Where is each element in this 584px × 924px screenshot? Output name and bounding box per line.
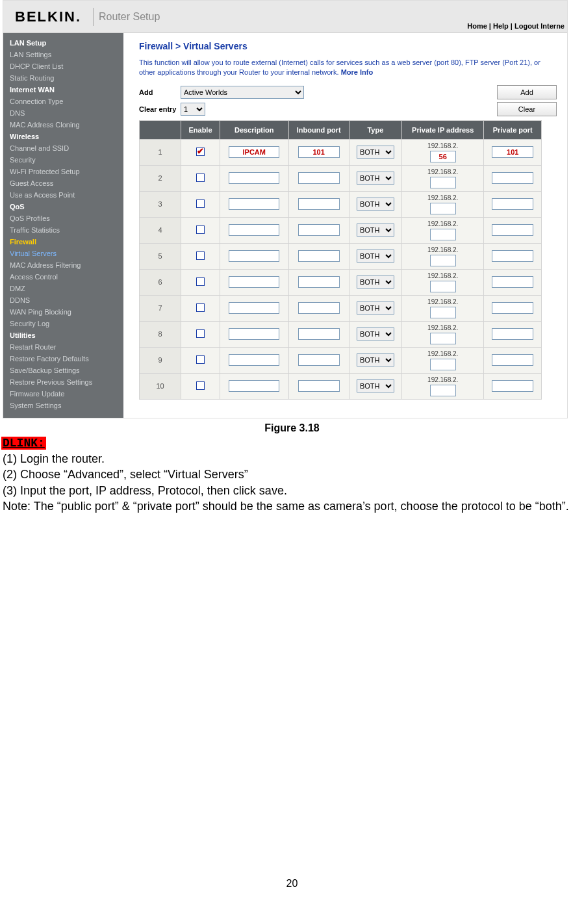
sidebar-item[interactable]: WAN Ping Blocking	[3, 306, 123, 318]
description-input[interactable]	[229, 354, 279, 366]
sidebar-item[interactable]: Traffic Statistics	[3, 224, 123, 236]
sidebar-item[interactable]: Security Log	[3, 318, 123, 329]
enable-checkbox[interactable]	[196, 251, 205, 260]
sidebar-item[interactable]: Firewall	[3, 236, 123, 248]
enable-checkbox[interactable]	[196, 355, 205, 364]
inbound-port-input[interactable]	[298, 354, 340, 366]
private-port-input[interactable]	[492, 172, 533, 184]
row-index: 9	[140, 347, 181, 373]
private-ip-input[interactable]	[430, 203, 456, 214]
add-button[interactable]: Add	[497, 85, 557, 99]
ip-prefix: 192.168.2.	[405, 194, 481, 201]
private-ip-input[interactable]	[430, 281, 456, 292]
description-input[interactable]	[229, 380, 279, 392]
type-select[interactable]: BOTH	[357, 327, 394, 340]
description-input[interactable]	[229, 224, 279, 236]
inbound-port-input[interactable]	[298, 302, 340, 314]
enable-checkbox[interactable]	[196, 225, 205, 234]
description-input[interactable]	[229, 302, 279, 314]
sidebar-item[interactable]: Wi-Fi Protected Setup	[3, 166, 123, 177]
private-ip-input[interactable]	[430, 307, 456, 318]
private-port-input[interactable]	[492, 276, 533, 288]
private-port-input[interactable]	[492, 302, 533, 314]
sidebar-item[interactable]: System Settings	[3, 400, 123, 411]
sidebar-item[interactable]: Static Routing	[3, 72, 123, 84]
enable-checkbox[interactable]	[196, 329, 205, 338]
table-row: 7BOTH192.168.2.	[140, 295, 542, 321]
sidebar-item[interactable]: Virtual Servers	[3, 248, 123, 259]
sidebar-item[interactable]: Save/Backup Settings	[3, 365, 123, 376]
sidebar-item[interactable]: DHCP Client List	[3, 60, 123, 72]
description-text: This function will allow you to route ex…	[139, 58, 557, 77]
sidebar-item[interactable]: Use as Access Point	[3, 189, 123, 201]
private-port-input[interactable]	[492, 198, 533, 210]
sidebar-item[interactable]: DDNS	[3, 294, 123, 306]
enable-checkbox[interactable]	[196, 173, 205, 182]
sidebar-item[interactable]: Restart Router	[3, 341, 123, 353]
sidebar-item[interactable]: LAN Settings	[3, 49, 123, 60]
table-header: Enable	[181, 120, 220, 139]
top-links[interactable]: Home | Help | Logout Interne	[467, 22, 565, 30]
private-ip-input[interactable]	[430, 385, 456, 396]
private-port-input[interactable]	[492, 380, 533, 392]
private-ip-input[interactable]	[430, 333, 456, 344]
private-ip-input[interactable]	[430, 359, 456, 370]
sidebar-item[interactable]: Restore Previous Settings	[3, 376, 123, 388]
sidebar-item[interactable]: MAC Address Filtering	[3, 259, 123, 271]
sidebar-item[interactable]: Guest Access	[3, 177, 123, 189]
sidebar-item[interactable]: Firmware Update	[3, 388, 123, 400]
private-ip-input[interactable]	[430, 229, 456, 240]
sidebar-item[interactable]: Restore Factory Defaults	[3, 353, 123, 365]
enable-checkbox[interactable]	[196, 381, 205, 390]
private-ip-input[interactable]	[430, 151, 456, 162]
private-ip-input[interactable]	[430, 255, 456, 266]
type-select[interactable]: BOTH	[357, 276, 394, 289]
sidebar-item[interactable]: Connection Type	[3, 96, 123, 107]
enable-checkbox[interactable]	[196, 148, 205, 156]
type-select[interactable]: BOTH	[357, 146, 394, 159]
enable-checkbox[interactable]	[196, 277, 205, 286]
sidebar-item[interactable]: DNS	[3, 107, 123, 119]
inbound-port-input[interactable]	[298, 250, 340, 262]
sidebar-item[interactable]: MAC Address Cloning	[3, 119, 123, 131]
private-port-input[interactable]	[492, 328, 533, 340]
private-ip-input[interactable]	[430, 177, 456, 188]
type-select[interactable]: BOTH	[357, 250, 394, 263]
description-input[interactable]	[229, 146, 279, 158]
inbound-port-input[interactable]	[298, 380, 340, 392]
inbound-port-input[interactable]	[298, 276, 340, 288]
enable-checkbox[interactable]	[196, 199, 205, 208]
inbound-port-input[interactable]	[298, 328, 340, 340]
table-row: 1BOTH192.168.2.	[140, 139, 542, 165]
description-input[interactable]	[229, 198, 279, 210]
clear-button[interactable]: Clear	[497, 102, 557, 116]
add-select[interactable]: Active Worlds	[181, 86, 304, 99]
type-select[interactable]: BOTH	[357, 302, 394, 314]
type-select[interactable]: BOTH	[357, 198, 394, 211]
sidebar-item[interactable]: QoS Profiles	[3, 212, 123, 224]
description-input[interactable]	[229, 250, 279, 262]
sidebar-item[interactable]: Access Control	[3, 271, 123, 283]
ip-prefix: 192.168.2.	[405, 298, 481, 305]
type-select[interactable]: BOTH	[357, 172, 394, 185]
private-port-input[interactable]	[492, 224, 533, 236]
sidebar-item[interactable]: Security	[3, 154, 123, 166]
inbound-port-input[interactable]	[298, 198, 340, 210]
inbound-port-input[interactable]	[298, 146, 340, 158]
sidebar-item[interactable]: Channel and SSID	[3, 142, 123, 154]
type-select[interactable]: BOTH	[357, 353, 394, 366]
inbound-port-input[interactable]	[298, 172, 340, 184]
sidebar-item[interactable]: DMZ	[3, 283, 123, 294]
more-info-link[interactable]: More Info	[341, 68, 374, 76]
inbound-port-input[interactable]	[298, 224, 340, 236]
private-port-input[interactable]	[492, 354, 533, 366]
clear-select[interactable]: 1	[181, 103, 205, 116]
private-port-input[interactable]	[492, 250, 533, 262]
description-input[interactable]	[229, 172, 279, 184]
description-input[interactable]	[229, 328, 279, 340]
description-input[interactable]	[229, 276, 279, 288]
enable-checkbox[interactable]	[196, 303, 205, 312]
type-select[interactable]: BOTH	[357, 379, 394, 392]
type-select[interactable]: BOTH	[357, 224, 394, 237]
private-port-input[interactable]	[492, 146, 533, 158]
